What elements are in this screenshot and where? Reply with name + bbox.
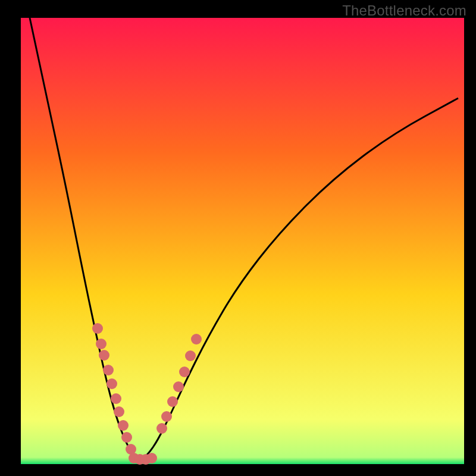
data-dot [96, 339, 107, 349]
data-dot [191, 334, 202, 345]
data-dot [103, 365, 114, 375]
data-dot [167, 396, 178, 407]
data-dot [156, 423, 167, 434]
chart-container: TheBottleneck.com [0, 0, 476, 476]
data-dot [185, 350, 196, 361]
data-dot [107, 378, 117, 389]
chart-svg [0, 0, 476, 476]
data-dot [92, 323, 103, 334]
data-dot [111, 393, 121, 404]
data-dot [121, 432, 132, 443]
data-dot [173, 381, 184, 392]
data-dot [179, 367, 190, 377]
data-dot [99, 350, 109, 361]
plot-gradient-area [21, 18, 464, 464]
data-dot [118, 420, 129, 431]
data-dot [114, 406, 124, 417]
watermark-text: TheBottleneck.com [342, 2, 466, 19]
data-dot [146, 453, 157, 464]
data-dot [161, 411, 172, 422]
